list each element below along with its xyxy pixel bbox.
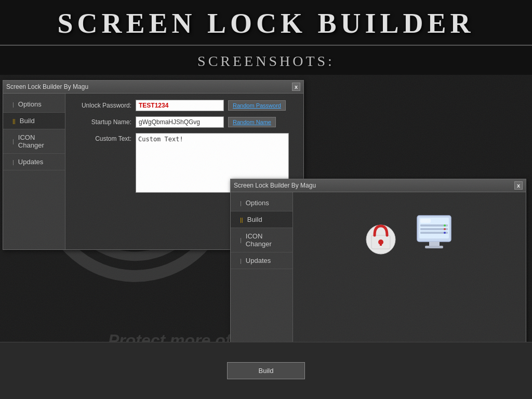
unlock-password-row: Unlock Password: Random Password	[72, 100, 297, 111]
dialog-2-sidebar: Options Build ICON Changer Updates	[231, 192, 293, 348]
svg-point-18	[444, 228, 446, 230]
dialog-2-close-button[interactable]: x	[514, 181, 523, 190]
svg-rect-8	[380, 242, 382, 246]
server-icon	[412, 213, 459, 260]
dialog-2-title: Screen Lock Builder By Magu	[234, 182, 316, 189]
dialog2-sidebar-updates-label: Updates	[246, 257, 271, 264]
dialog2-sidebar-item-updates[interactable]: Updates	[231, 252, 292, 269]
screenshot-area: photobucket Protect more of your memorie…	[0, 75, 532, 381]
sidebar-item-updates[interactable]: Updates	[3, 154, 65, 170]
sidebar-item-options[interactable]: Options	[3, 96, 65, 113]
dialog-1-sidebar: Options Build ICON Changer Updates	[3, 94, 65, 249]
random-password-button[interactable]: Random Password	[228, 100, 286, 111]
page-title: Screen Lock Builder	[0, 0, 532, 46]
dialog2-sidebar-item-icon-changer[interactable]: ICON Changer	[231, 228, 292, 252]
svg-rect-12	[425, 246, 443, 248]
custom-text-label: Custom Text:	[72, 133, 131, 142]
dialog2-sidebar-icon-changer-label: ICON Changer	[246, 232, 288, 248]
sidebar-item-icon-changer[interactable]: ICON Changer	[3, 129, 65, 154]
startup-name-row: Startup Name: Random Name	[72, 116, 297, 128]
dialog2-sidebar-item-options[interactable]: Options	[231, 195, 292, 211]
sidebar-options-label: Options	[18, 100, 42, 108]
dialog-2-build-area	[293, 192, 526, 348]
dialog-1-titlebar: Screen Lock Builder By Magu x	[3, 81, 303, 94]
svg-point-19	[444, 232, 446, 234]
bottom-bar: Build	[0, 342, 532, 399]
sidebar-updates-label: Updates	[18, 158, 43, 166]
sidebar-icon-changer-label: ICON Changer	[18, 134, 61, 149]
startup-name-input[interactable]	[136, 116, 224, 128]
dialog-2: Screen Lock Builder By Magu x Options Bu…	[230, 179, 526, 349]
unlock-password-input[interactable]	[136, 100, 224, 111]
dialog2-sidebar-build-label: Build	[247, 216, 262, 223]
sidebar-item-build[interactable]: Build	[3, 113, 65, 129]
startup-name-label: Startup Name:	[72, 118, 131, 126]
dialog-1-close-button[interactable]: x	[292, 83, 300, 91]
svg-rect-11	[429, 242, 440, 246]
svg-point-17	[444, 224, 446, 227]
dialog2-sidebar-item-build[interactable]: Build	[231, 211, 292, 228]
screenshots-label: Screenshots:	[0, 46, 532, 75]
random-name-button[interactable]: Random Name	[228, 117, 276, 127]
unlock-password-label: Unlock Password:	[72, 102, 131, 109]
dialog2-sidebar-options-label: Options	[246, 199, 269, 207]
lock-icon	[360, 216, 402, 257]
dialog-1-title: Screen Lock Builder By Magu	[6, 83, 88, 90]
build-button[interactable]: Build	[227, 362, 305, 379]
build-icons	[360, 213, 459, 260]
sidebar-build-label: Build	[20, 117, 35, 125]
dialog-2-titlebar: Screen Lock Builder By Magu x	[231, 179, 526, 192]
svg-rect-13	[420, 219, 431, 223]
